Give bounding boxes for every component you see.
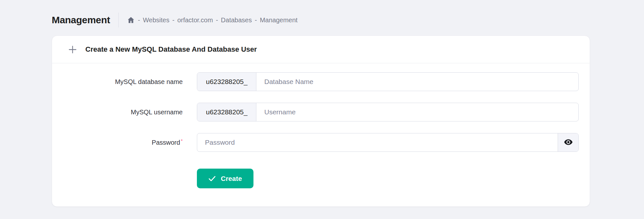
card-title: Create a New MySQL Database And Database… xyxy=(85,45,257,54)
create-button[interactable]: Create xyxy=(197,169,253,188)
breadcrumb-separator: - xyxy=(138,16,140,24)
form-row-database-name: MySQL database name u623288205_ xyxy=(52,72,590,91)
database-name-input[interactable] xyxy=(256,73,578,91)
page-header: Management - Websites - orfactor.com - D… xyxy=(52,12,644,28)
create-button-label: Create xyxy=(221,175,242,182)
breadcrumb-separator: - xyxy=(255,16,257,24)
breadcrumb-item-management[interactable]: Management xyxy=(260,16,298,24)
form-row-username: MySQL username u623288205_ xyxy=(52,103,590,121)
breadcrumb-item-websites[interactable]: Websites xyxy=(143,16,169,24)
breadcrumb-separator: - xyxy=(172,16,175,24)
database-name-label: MySQL database name xyxy=(52,78,183,86)
password-input-group xyxy=(197,133,579,152)
username-prefix: u623288205_ xyxy=(197,103,256,121)
required-marker: * xyxy=(181,138,183,143)
eye-icon xyxy=(564,138,573,148)
breadcrumb-item-databases[interactable]: Databases xyxy=(221,16,252,24)
breadcrumb-item-domain[interactable]: orfactor.com xyxy=(177,16,213,24)
breadcrumb-separator: - xyxy=(216,16,218,24)
username-input-group: u623288205_ xyxy=(197,103,579,121)
plus-icon xyxy=(68,45,77,54)
username-input[interactable] xyxy=(256,103,578,121)
password-visibility-toggle[interactable] xyxy=(558,133,578,151)
form-row-password: Password* xyxy=(52,133,590,152)
page: Management - Websites - orfactor.com - D… xyxy=(0,12,644,219)
check-icon xyxy=(209,176,216,182)
create-database-card: Create a New MySQL Database And Database… xyxy=(52,36,590,207)
card-header: Create a New MySQL Database And Database… xyxy=(52,36,590,63)
breadcrumb: - Websites - orfactor.com - Databases - … xyxy=(127,16,297,24)
username-label: MySQL username xyxy=(52,109,183,116)
page-title: Management xyxy=(52,15,110,26)
form-actions: Create xyxy=(197,169,590,188)
password-label: Password* xyxy=(52,139,183,146)
password-label-text: Password xyxy=(152,139,180,146)
card-body: MySQL database name u623288205_ MySQL us… xyxy=(52,63,590,206)
database-name-input-group: u623288205_ xyxy=(197,72,579,91)
database-name-prefix: u623288205_ xyxy=(197,73,256,91)
header-divider xyxy=(118,13,119,27)
password-input[interactable] xyxy=(197,133,558,151)
home-icon[interactable] xyxy=(127,16,135,24)
